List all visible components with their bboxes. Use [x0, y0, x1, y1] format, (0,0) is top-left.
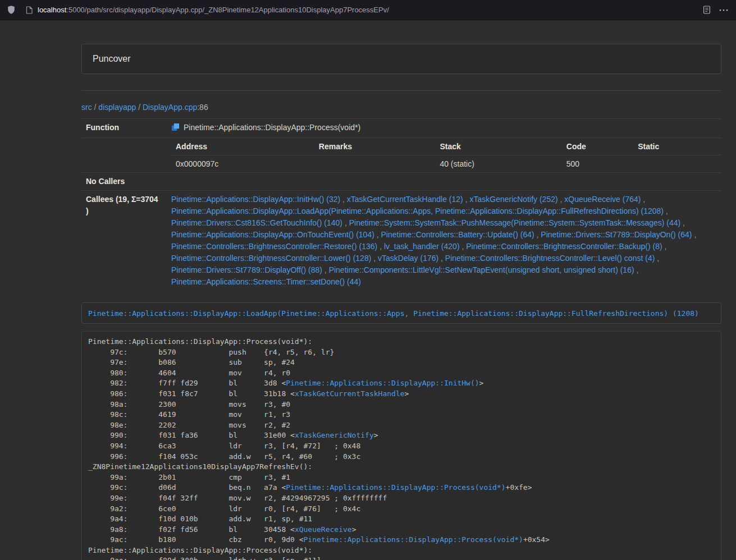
more-options-icon[interactable]: ⋯ [719, 5, 729, 15]
asm-line: 980: 4604 mov r4, r0 [88, 368, 715, 379]
asm-line: 994: 6ca3 ldr r3, [r4, #72] ; 0x48 [88, 441, 715, 452]
asm-text: 990: f031 fa36 bl 31e00 < [88, 431, 295, 439]
col-address: Address [171, 138, 314, 155]
callee-link[interactable]: Pinetime::Drivers::Cst816S::GetTouchInfo… [171, 218, 342, 227]
reader-view-icon[interactable] [703, 6, 711, 14]
stats-spacer-cell [81, 138, 167, 173]
asm-line: 986: f031 f8c7 bl 31b18 <xTaskGetCurrent… [88, 389, 715, 400]
callee-separator: , [634, 265, 639, 274]
asm-text: _ZN8Pinetime12Applications10DisplayApp7R… [88, 462, 312, 471]
page-icon [26, 6, 33, 14]
asm-text: 9ac: b180 cbz r0, 9d0 < [88, 535, 304, 544]
callee-separator: , [641, 195, 645, 204]
callee-separator: , [662, 242, 667, 251]
asm-symbol-link[interactable]: Pinetime::Applications::DisplayApp::Init… [286, 379, 479, 387]
asm-line: 990: f031 fa36 bl 31e00 <xTaskGenericNot… [88, 430, 715, 441]
asm-text: > [352, 525, 356, 534]
callee-separator: , [692, 230, 697, 239]
callee-link[interactable]: Pinetime::Controllers::BrightnessControl… [171, 254, 371, 263]
callee-link[interactable]: Pinetime::Controllers::BrightnessControl… [171, 242, 377, 251]
breadcrumb-link[interactable]: src [81, 103, 92, 112]
callee-separator: , [340, 195, 347, 204]
breadcrumb-link[interactable]: DisplayApp.cpp [143, 103, 197, 112]
page-content: Puncover src / displayapp / DisplayApp.c… [81, 44, 721, 560]
callee-link[interactable]: Pinetime::Controllers::Battery::Update()… [381, 230, 534, 239]
asm-line: 996: f104 053c add.w r5, r4, #60 ; 0x3c [88, 452, 715, 462]
asm-line: 97c: b570 push {r4, r5, r6, lr} [88, 347, 715, 358]
callee-link[interactable]: xTaskGenericNotify (252) [469, 195, 557, 204]
callee-link[interactable]: Pinetime::Applications::DisplayApp::OnTo… [171, 230, 374, 239]
callee-link[interactable]: Pinetime::Drivers::St7789::DisplayOn() (… [541, 230, 692, 239]
asm-text: 996: f104 053c add.w r5, r4, #60 ; 0x3c [88, 452, 360, 461]
stats-cell: Address Remarks Stack Code Static 0x0000… [167, 138, 721, 173]
asm-line: 97e: b086 sub sp, #24 [88, 357, 715, 368]
breadcrumb: src / displayapp / DisplayApp.cpp:86 [81, 102, 721, 113]
asm-line: 9ac: b180 cbz r0, 9d0 <Pinetime::Applica… [88, 535, 715, 545]
stats-table: Address Remarks Stack Code Static 0x0000… [171, 138, 721, 172]
asm-line: 9a2: 6ce0 ldr r0, [r4, #76] ; 0x4c [88, 504, 715, 515]
asm-symbol-link[interactable]: Pinetime::Applications::DisplayApp::Proc… [304, 535, 523, 544]
callee-separator: , [680, 218, 685, 227]
callee-link[interactable]: Pinetime::Applications::DisplayApp::Load… [171, 206, 664, 215]
asm-line: Pinetime::Applications::DisplayApp::Proc… [88, 337, 715, 347]
callee-link[interactable]: Pinetime::System::SystemTask::PushMessag… [349, 218, 681, 227]
callee-link[interactable]: Pinetime::Applications::Screens::Timer::… [171, 277, 361, 286]
asm-text: 994: 6ca3 ldr r3, [r4, #72] ; 0x48 [88, 442, 360, 450]
asm-text: +0xfe> [506, 483, 532, 492]
asm-line: Pinetime::Applications::DisplayApp::Proc… [88, 545, 715, 556]
callee-separator: , [534, 230, 541, 239]
callee-separator: , [558, 195, 565, 204]
breadcrumb-separator: / [136, 103, 143, 112]
disassembly: Pinetime::Applications::DisplayApp::Proc… [81, 331, 721, 560]
callees-row: Callees (19, Σ=3704 ) Pinetime::Applicat… [81, 191, 721, 291]
shield-icon[interactable] [7, 5, 16, 15]
app-title: Puncover [93, 53, 710, 65]
url-path: :5000/path/src/displayapp/DisplayApp.cpp… [66, 6, 389, 14]
callee-link[interactable]: lv_task_handler (420) [384, 242, 460, 251]
stats-header-row: Address Remarks Stack Code Static [171, 138, 721, 155]
breadcrumb-links: src / displayapp / DisplayApp.cpp [81, 103, 197, 112]
callees-label: Callees (19, Σ=3704 ) [81, 191, 167, 291]
callee-link[interactable]: xQueueReceive (764) [564, 195, 641, 204]
asm-text: 99e: f04f 32ff mov.w r2, #4294967295 ; 0… [88, 494, 387, 502]
asm-symbol-link[interactable]: xTaskGenericNotify [295, 431, 374, 439]
asm-text: > [479, 379, 484, 387]
asm-line: 9ae: f89d 300b ldrb.w r3, [sp, #11] [88, 556, 715, 560]
callee-link[interactable]: Pinetime::Components::LittleVgl::SetNewT… [329, 265, 634, 274]
asm-line: 98c: 4619 mov r1, r3 [88, 410, 715, 420]
callee-link[interactable]: vTaskDelay (176) [378, 254, 438, 263]
function-name: Pinetime::Applications::DisplayApp::Proc… [184, 123, 360, 132]
callee-link[interactable]: Pinetime::Applications::DisplayApp::Init… [171, 195, 340, 204]
callee-link[interactable]: Pinetime::Controllers::BrightnessControl… [445, 254, 655, 263]
function-row-label: Function [81, 119, 167, 138]
asm-line: 9a4: f10d 010b add.w r1, sp, #11 [88, 514, 715, 525]
stat-remarks [314, 155, 436, 173]
breadcrumb-link[interactable]: displayapp [98, 103, 136, 112]
asm-line: 99a: 2b01 cmp r3, #1 [88, 472, 715, 483]
callee-separator: , [374, 230, 381, 239]
browser-chrome: localhost:5000/path/src/displayapp/Displ… [0, 0, 736, 20]
stat-static [633, 155, 721, 173]
col-static: Static [633, 138, 721, 155]
app-header-panel: Puncover [81, 44, 721, 74]
asm-symbol-link[interactable]: Pinetime::Applications::DisplayApp::Proc… [286, 483, 505, 492]
asm-line: 99c: d06d beq.n a7a <Pinetime::Applicati… [88, 483, 715, 493]
callee-heading-panel: Pinetime::Applications::DisplayApp::Load… [81, 302, 721, 324]
callee-link[interactable]: Pinetime::Controllers::BrightnessControl… [466, 242, 662, 251]
asm-symbol-link[interactable]: xTaskGetCurrentTaskHandle [295, 389, 405, 398]
function-name-cell: Pinetime::Applications::DisplayApp::Proc… [167, 119, 721, 138]
callee-link[interactable]: xTaskGetCurrentTaskHandle (12) [347, 195, 463, 204]
callees-cell: Pinetime::Applications::DisplayApp::Init… [167, 191, 721, 291]
callee-separator: , [342, 218, 349, 227]
asm-symbol-link[interactable]: xQueueReceive [295, 525, 352, 534]
asm-text: 98e: 2202 movs r2, #2 [88, 421, 290, 429]
url-bar[interactable]: localhost:5000/path/src/displayapp/Displ… [24, 2, 695, 18]
asm-line: 99e: f04f 32ff mov.w r2, #4294967295 ; 0… [88, 493, 715, 504]
asm-text: +0x54> [523, 535, 550, 544]
asm-line: 98e: 2202 movs r2, #2 [88, 420, 715, 431]
no-callers-empty-cell [167, 173, 721, 191]
callee-link[interactable]: Pinetime::Drivers::St7789::DisplayOff() … [171, 265, 322, 274]
callee-heading-link[interactable]: Pinetime::Applications::DisplayApp::Load… [88, 309, 699, 318]
asm-text: > [374, 431, 378, 439]
asm-text: Pinetime::Applications::DisplayApp::Proc… [88, 546, 312, 554]
